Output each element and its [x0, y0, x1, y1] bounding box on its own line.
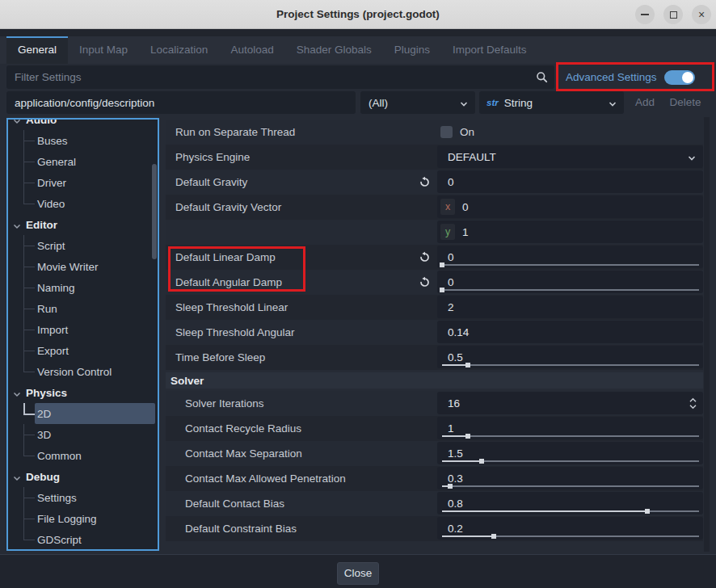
setting-value-area: 1.5	[437, 441, 703, 466]
sidebar-item-label: Run	[37, 303, 57, 315]
value-text: 1.5	[448, 447, 463, 460]
sidebar-item-settings[interactable]: Settings	[8, 487, 158, 508]
sidebar-item-general[interactable]: General	[8, 151, 158, 172]
slider-track[interactable]	[442, 364, 699, 366]
inspector-scrollbar-track[interactable]	[704, 117, 710, 552]
sidebar-item-physics[interactable]: Physics	[8, 382, 158, 403]
type-dropdown[interactable]: str String	[479, 91, 624, 114]
setting-value-area: 0	[437, 170, 703, 195]
maximize-button[interactable]	[663, 5, 683, 24]
sidebar-item-file-logging[interactable]: File Logging	[8, 508, 158, 529]
slider-track[interactable]	[442, 536, 699, 537]
sidebar-item-export[interactable]: Export	[8, 340, 158, 361]
setting-label: Default Gravity Vector	[166, 195, 437, 220]
sidebar-item-gdscript[interactable]: GDScript	[8, 529, 158, 550]
value-field-contact-max-allowed-penetration[interactable]: 0.3	[437, 467, 703, 489]
value-field-vector-y[interactable]: y1	[437, 220, 703, 243]
minimize-button[interactable]	[635, 5, 655, 24]
value-field-default-angular-damp[interactable]: 0	[437, 271, 703, 293]
dropdown-physics-engine[interactable]: DEFAULT	[437, 145, 703, 168]
axis-badge-y: y	[440, 224, 455, 240]
revert-icon[interactable]	[419, 176, 431, 191]
setting-row-contact-max-separation: Contact Max Separation1.5	[166, 441, 703, 466]
checkbox-unchecked[interactable]	[440, 126, 453, 138]
value-field-sleep-threshold-linear[interactable]: 2	[437, 296, 703, 318]
tab-general[interactable]: General	[6, 36, 68, 64]
sidebar-item-2d[interactable]: 2D	[8, 403, 158, 424]
sidebar-item-video[interactable]: Video	[8, 193, 158, 214]
value-field-default-gravity[interactable]: 0	[437, 170, 703, 193]
sidebar-item-editor[interactable]: Editor	[8, 214, 158, 235]
slider-handle[interactable]	[465, 363, 470, 368]
slider-track[interactable]	[442, 460, 699, 462]
slider-handle[interactable]	[440, 262, 444, 267]
tab-import-defaults[interactable]: Import Defaults	[441, 36, 538, 64]
slider-track[interactable]	[442, 264, 699, 266]
sidebar-item-import[interactable]: Import	[8, 319, 158, 340]
feature-filter-value: (All)	[369, 97, 388, 109]
setting-value-area: 0.14	[437, 320, 703, 345]
sidebar-item-common[interactable]: Common	[8, 445, 158, 466]
value-field-time-before-sleep[interactable]: 0.5	[437, 346, 703, 368]
setting-value-area: On	[437, 120, 703, 145]
sidebar-item-label: Naming	[37, 282, 75, 294]
filter-settings-input[interactable]: Filter Settings	[6, 65, 554, 89]
sidebar-item-label: Driver	[37, 177, 66, 189]
sidebar-item-version-control[interactable]: Version Control	[8, 361, 158, 382]
sidebar-item-3d[interactable]: 3D	[8, 424, 158, 445]
feature-filter-dropdown[interactable]: (All)	[360, 91, 475, 114]
setting-label: Sleep Threshold Angular	[166, 320, 437, 345]
tab-shader-globals[interactable]: Shader Globals	[285, 36, 383, 64]
checkbox-control: On	[437, 120, 703, 145]
close-button[interactable]: Close	[337, 562, 379, 585]
stepper-arrows-icon[interactable]	[689, 397, 697, 412]
slider-handle[interactable]	[645, 509, 650, 514]
tree-scrollbar-thumb[interactable]	[152, 164, 157, 259]
sidebar-item-movie-writer[interactable]: Movie Writer	[8, 256, 158, 277]
value-field-solver-iterations[interactable]: 16	[437, 392, 703, 414]
revert-icon[interactable]	[419, 276, 431, 291]
titlebar[interactable]: Project Settings (project.godot) ×	[0, 0, 716, 29]
value-text: 0.5	[448, 351, 463, 363]
close-window-button[interactable]: ×	[692, 5, 711, 24]
value-field-default-gravity-vector[interactable]: x0	[437, 195, 703, 218]
add-button[interactable]: Add	[629, 91, 661, 114]
tab-input-map[interactable]: Input Map	[68, 36, 139, 64]
advanced-settings-toggle[interactable]	[664, 70, 695, 85]
value-text: 0	[448, 276, 454, 288]
slider-track[interactable]	[442, 289, 699, 291]
revert-icon[interactable]	[419, 251, 431, 266]
value-field-sleep-threshold-angular[interactable]: 0.14	[437, 321, 703, 343]
sidebar-item-script[interactable]: Script	[8, 235, 158, 256]
property-path-input[interactable]: application/config/description	[6, 91, 356, 114]
sidebar-item-debug[interactable]: Debug	[8, 466, 158, 487]
tab-plugins[interactable]: Plugins	[383, 36, 441, 64]
sidebar-item-label: 3D	[37, 429, 51, 441]
slider-handle[interactable]	[479, 459, 484, 464]
slider-handle[interactable]	[440, 288, 444, 292]
slider-handle[interactable]	[465, 434, 470, 439]
value-field-contact-max-separation[interactable]: 1.5	[437, 442, 703, 464]
value-field-default-contact-bias[interactable]: 0.8	[437, 492, 703, 514]
sidebar-item-naming[interactable]: Naming	[8, 277, 158, 298]
slider-track[interactable]	[442, 485, 699, 487]
sidebar-item-audio[interactable]: Audio	[8, 118, 158, 130]
delete-button[interactable]: Delete	[663, 91, 708, 114]
tab-localization[interactable]: Localization	[139, 36, 219, 64]
setting-label-text: Default Gravity Vector	[175, 201, 281, 213]
sidebar-item-run[interactable]: Run	[8, 298, 158, 319]
sidebar-item-buses[interactable]: Buses	[8, 130, 158, 151]
setting-row-sleep-threshold-linear: Sleep Threshold Linear2	[166, 295, 703, 320]
sidebar-item-driver[interactable]: Driver	[8, 172, 158, 193]
setting-value-area: 16	[437, 391, 703, 416]
slider-handle[interactable]	[491, 534, 496, 539]
value-field-default-linear-damp[interactable]: 0	[437, 246, 703, 268]
value-field-default-constraint-bias[interactable]: 0.2	[437, 517, 703, 540]
slider-track[interactable]	[442, 435, 699, 437]
slider-track[interactable]	[442, 510, 699, 512]
tab-autoload[interactable]: Autoload	[219, 36, 284, 64]
value-field-contact-recycle-radius[interactable]: 1	[437, 417, 703, 439]
slider-handle[interactable]	[448, 484, 453, 489]
setting-row-default-constraint-bias: Default Constraint Bias0.2	[166, 516, 703, 541]
setting-label-text: Physics Engine	[175, 151, 250, 163]
